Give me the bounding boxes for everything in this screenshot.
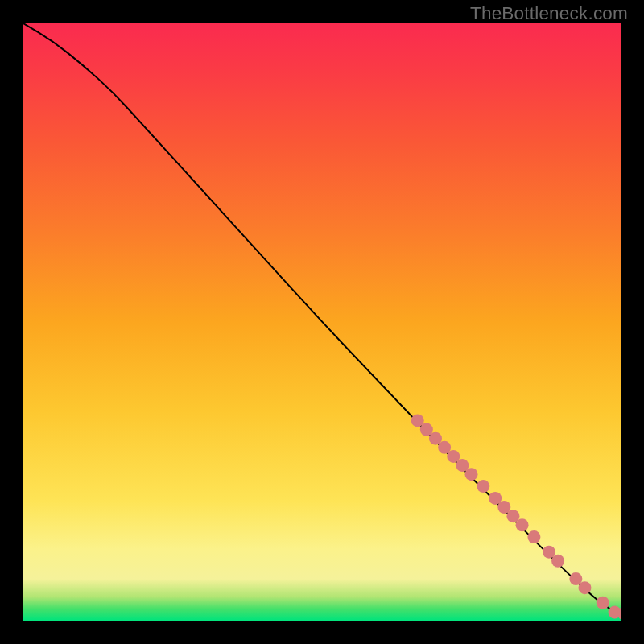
chart-frame: TheBottleneck.com — [0, 0, 644, 644]
chart-marker — [578, 581, 591, 594]
chart-plot — [23, 23, 621, 621]
chart-marker — [551, 555, 564, 568]
chart-marker — [477, 480, 489, 493]
chart-marker — [597, 597, 609, 609]
watermark-text: TheBottleneck.com — [470, 3, 628, 24]
chart-marker — [527, 530, 540, 543]
chart-marker — [465, 468, 478, 481]
chart-marker — [516, 518, 529, 531]
